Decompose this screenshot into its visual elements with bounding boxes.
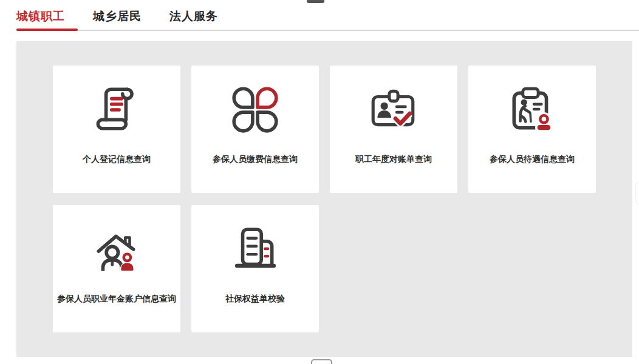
cutoff-element-bottom (311, 359, 332, 364)
active-tab-underline (16, 29, 78, 31)
service-card-social-security-statement-verify[interactable]: 社保权益单校验 (191, 205, 319, 332)
clipboard-elderly-stamp-icon (468, 84, 596, 136)
id-badge-check-icon (330, 84, 457, 136)
service-card-benefit-info-query[interactable]: 参保人员待遇信息查询 (468, 66, 596, 193)
service-card-personal-registration-query[interactable]: 个人登记信息查询 (53, 66, 180, 193)
cutoff-element-top (307, 0, 324, 3)
tab-legal-person-services[interactable]: 法人服务 (169, 8, 218, 24)
services-panel: 个人登记信息查询 参保人员缴费信息查询 (16, 41, 632, 357)
service-card-label: 个人登记信息查询 (53, 154, 180, 165)
service-card-label: 参保人员职业年金账户信息查询 (53, 294, 180, 305)
service-card-label: 社保权益单校验 (191, 294, 319, 305)
service-card-occupational-annuity-query[interactable]: 参保人员职业年金账户信息查询 (53, 205, 180, 332)
category-tabs: 城镇职工 城乡居民 法人服务 (16, 8, 218, 24)
scroll-document-icon (53, 84, 180, 136)
tab-urban-employees[interactable]: 城镇职工 (16, 8, 65, 24)
clover-petals-icon (191, 84, 319, 136)
service-card-label: 参保人员缴费信息查询 (191, 154, 319, 165)
cutoff-element-right (635, 181, 639, 204)
tab-urban-rural-residents[interactable]: 城乡居民 (93, 8, 142, 24)
service-card-annual-statement-query[interactable]: 职工年度对账单查询 (330, 66, 457, 193)
service-card-payment-info-query[interactable]: 参保人员缴费信息查询 (191, 66, 319, 193)
house-people-icon (53, 223, 180, 275)
service-card-label: 职工年度对账单查询 (330, 154, 457, 165)
tabs-divider-line (16, 30, 639, 31)
buildings-icon (191, 223, 319, 275)
service-card-label: 参保人员待遇信息查询 (468, 154, 596, 165)
